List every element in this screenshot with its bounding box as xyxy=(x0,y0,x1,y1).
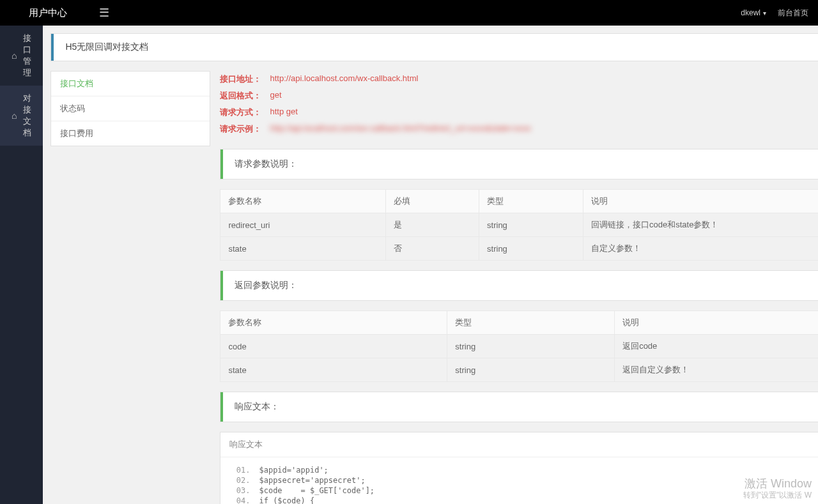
code-line: 02.$appsecret='appsecret'; xyxy=(231,475,818,485)
request-params-section: 请求参数说明： xyxy=(220,149,818,179)
info-label: 返回格式： xyxy=(220,90,270,102)
td: 否 xyxy=(385,237,479,261)
topbar-left: 用户中心 ☰ xyxy=(10,6,109,20)
code-line: 03.$code = $_GET['code']; xyxy=(231,485,818,496)
info-label: 接口地址： xyxy=(220,73,270,85)
td: 回调链接，接口code和state参数！ xyxy=(583,213,819,237)
table-row: state 否 string 自定义参数！ xyxy=(220,237,818,261)
td: 返回自定义参数！ xyxy=(615,358,818,382)
home-icon: ⌂ xyxy=(12,50,17,61)
line-content: $appid='appid'; xyxy=(259,466,328,475)
info-row-method: 请求方式： http get xyxy=(220,104,818,121)
table-header-row: 参数名称 必填 类型 说明 xyxy=(220,190,818,213)
code-panel: 响应文本 code 01.$appid='appid';02.$appsecre… xyxy=(220,432,818,504)
table-row: redirect_uri 是 string 回调链接，接口code和state参… xyxy=(220,213,818,237)
info-value: get xyxy=(270,90,281,102)
info-value: http://api.localhost.com/wx-callback.htm… xyxy=(270,123,530,135)
td: state xyxy=(220,358,447,382)
td: string xyxy=(447,335,615,358)
th-name: 参数名称 xyxy=(220,311,447,335)
info-label: 请求示例： xyxy=(220,123,270,135)
page-title: H5无限回调对接文档 xyxy=(51,34,818,61)
th-required: 必填 xyxy=(385,190,479,213)
td: 自定义参数！ xyxy=(583,237,819,261)
line-content: $code = $_GET['code']; xyxy=(259,486,374,495)
td: 返回code xyxy=(615,335,818,358)
info-label: 请求方式： xyxy=(220,107,270,118)
container: ⌂ 接口管理 ⌂ 对接文档 H5无限回调对接文档 接口文档 状态码 接口费用 接… xyxy=(0,26,818,504)
page-title-panel: H5无限回调对接文档 xyxy=(50,33,818,61)
logo: 用户中心 xyxy=(10,7,86,19)
response-params-section: 返回参数说明： xyxy=(220,270,818,301)
home-icon: ⌂ xyxy=(12,111,17,121)
th-type: 类型 xyxy=(447,311,615,335)
chevron-down-icon: ▾ xyxy=(763,10,766,17)
user-dropdown[interactable]: dkewl ▾ xyxy=(741,8,766,17)
main-content: H5无限回调对接文档 接口文档 状态码 接口费用 接口地址： http://ap… xyxy=(43,26,818,504)
info-row-format: 返回格式： get xyxy=(220,88,818,104)
sidebar-item-label: 对接文档 xyxy=(23,93,31,139)
tab-api-fees[interactable]: 接口费用 xyxy=(51,121,210,146)
td: string xyxy=(447,358,615,382)
info-row-example: 请求示例： http://api.localhost.com/wx-callba… xyxy=(220,121,818,137)
front-home-link[interactable]: 前台首页 xyxy=(778,8,808,19)
content-row: 接口文档 状态码 接口费用 接口地址： http://api.localhost… xyxy=(50,71,818,504)
sidebar: ⌂ 接口管理 ⌂ 对接文档 xyxy=(0,26,43,504)
th-type: 类型 xyxy=(479,190,583,213)
td: string xyxy=(479,237,583,261)
code-line: 04.if ($code) { xyxy=(231,496,818,504)
username-label: dkewl xyxy=(741,8,760,17)
section-header: 响应文本： xyxy=(220,392,818,422)
th-desc: 说明 xyxy=(583,190,819,213)
topbar: 用户中心 ☰ dkewl ▾ 前台首页 xyxy=(0,0,818,26)
line-number: 01. xyxy=(231,466,250,475)
section-header: 返回参数说明： xyxy=(220,271,818,300)
table-row: code string 返回code xyxy=(220,335,818,358)
code-header: 响应文本 code xyxy=(220,432,818,457)
table-header-row: 参数名称 类型 说明 xyxy=(220,311,818,335)
content-area: 接口地址： http://api.localhost.com/wx-callba… xyxy=(220,71,818,504)
response-text-section: 响应文本： xyxy=(220,392,818,422)
line-number: 04. xyxy=(231,496,250,504)
side-tabs: 接口文档 状态码 接口费用 xyxy=(50,71,210,146)
sidebar-item-docs[interactable]: ⌂ 对接文档 xyxy=(0,86,43,146)
menu-toggle-icon[interactable]: ☰ xyxy=(99,6,109,20)
section-header: 请求参数说明： xyxy=(220,149,818,179)
code-block: 01.$appid='appid';02.$appsecret='appsecr… xyxy=(220,457,818,504)
line-content: if ($code) { xyxy=(259,496,314,504)
sidebar-item-api-management[interactable]: ⌂ 接口管理 xyxy=(0,26,43,86)
line-number: 02. xyxy=(231,476,250,485)
code-panel-title: 响应文本 xyxy=(229,439,263,450)
td: redirect_uri xyxy=(220,213,385,237)
api-info-list: 接口地址： http://api.localhost.com/wx-callba… xyxy=(220,71,818,137)
info-value: http get xyxy=(270,107,297,118)
line-content: $appsecret='appsecret'; xyxy=(259,476,365,485)
th-name: 参数名称 xyxy=(220,190,385,213)
td: state xyxy=(220,237,385,261)
td: string xyxy=(479,213,583,237)
tab-api-docs[interactable]: 接口文档 xyxy=(51,72,210,96)
code-line: 01.$appid='appid'; xyxy=(231,465,818,475)
sidebar-item-label: 接口管理 xyxy=(23,33,31,79)
request-params-table: 参数名称 必填 类型 说明 redirect_uri 是 string 回调链接… xyxy=(220,189,818,261)
tab-status-codes[interactable]: 状态码 xyxy=(51,96,210,121)
line-number: 03. xyxy=(231,486,250,495)
info-row-url: 接口地址： http://api.localhost.com/wx-callba… xyxy=(220,71,818,88)
td: 是 xyxy=(385,213,479,237)
info-value: http://api.localhost.com/wx-callback.htm… xyxy=(270,73,418,85)
table-row: state string 返回自定义参数！ xyxy=(220,358,818,382)
td: code xyxy=(220,335,447,358)
th-desc: 说明 xyxy=(615,311,818,335)
topbar-right: dkewl ▾ 前台首页 xyxy=(741,8,808,19)
response-params-table: 参数名称 类型 说明 code string 返回code state xyxy=(220,310,818,382)
